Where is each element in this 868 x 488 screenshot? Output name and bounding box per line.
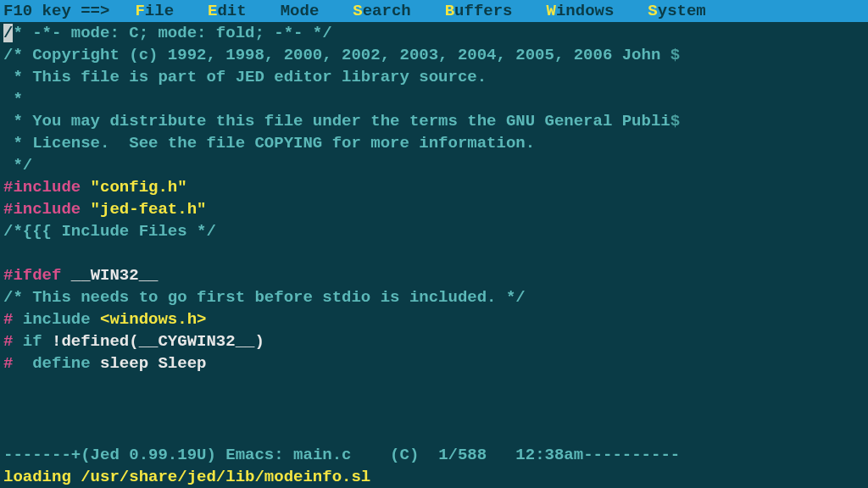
editor-area[interactable]: /* -*- mode: C; mode: fold; -*- */ /* Co…: [0, 22, 868, 374]
code-line: * License. See the file COPYING for more…: [3, 132, 865, 154]
menu-file[interactable]: File: [135, 0, 174, 22]
minibuffer[interactable]: loading /usr/share/jed/lib/modeinfo.sl: [0, 466, 868, 488]
menu-search[interactable]: Search: [353, 0, 410, 22]
code-line: # define sleep Sleep: [3, 352, 865, 374]
menu-bar: F10 key ==> File Edit Mode Search Buffer…: [0, 0, 868, 22]
menu-mode[interactable]: Mode: [281, 0, 320, 22]
code-line: # include <windows.h>: [3, 308, 865, 330]
code-line: /*{{{ Include Files */: [3, 220, 865, 242]
code-line: /* Copyright (c) 1992, 1998, 2000, 2002,…: [3, 44, 865, 66]
menu-edit[interactable]: Edit: [208, 0, 247, 22]
code-line: */: [3, 154, 865, 176]
code-line: /* -*- mode: C; mode: fold; -*- */: [3, 22, 865, 44]
menu-buffers[interactable]: Buffers: [445, 0, 513, 22]
code-line: #include "config.h": [3, 176, 865, 198]
code-line: * This file is part of JED editor librar…: [3, 66, 865, 88]
code-line: #include "jed-feat.h": [3, 198, 865, 220]
menu-system[interactable]: System: [648, 0, 705, 22]
code-line: # if !defined(__CYGWIN32__): [3, 330, 865, 352]
code-line: * You may distribute this file under the…: [3, 110, 865, 132]
text-cursor: /: [3, 24, 13, 42]
menu-windows[interactable]: Windows: [547, 0, 615, 22]
code-line: *: [3, 88, 865, 110]
code-line: #ifdef __WIN32__: [3, 264, 865, 286]
code-line: [3, 242, 865, 264]
status-bar: -------+(Jed 0.99.19U) Emacs: main.c (C)…: [0, 444, 868, 466]
code-line: /* This needs to go first before stdio i…: [3, 286, 865, 308]
menu-prompt: F10 key ==>: [3, 0, 109, 22]
